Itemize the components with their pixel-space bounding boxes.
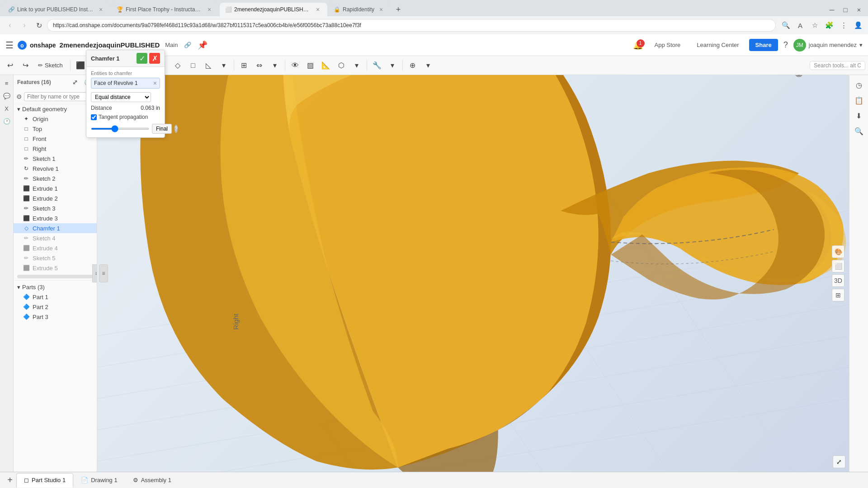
boolean-button[interactable]: ⊕ [406,58,420,73]
more-pattern-button[interactable]: ▾ [268,58,282,73]
sidebar-scrollbar[interactable] [17,275,93,278]
bottom-tab-drawing[interactable]: 📄 Drawing 1 [73,473,125,488]
sidebar-item-extrude2[interactable]: ⬛ Extrude 2 [14,193,97,203]
settings-icon[interactable]: ⋮ [837,19,850,32]
viewport[interactable]: Right Front Top Rt Z 🎨 ⬜ [97,75,849,472]
reload-button[interactable]: ↻ [33,19,45,32]
bookmark-icon[interactable]: ☆ [808,19,821,32]
tab-1-close[interactable]: × [97,5,105,14]
right-panel-btn-3[interactable]: ⬇ [852,108,866,123]
sidebar-item-extrude5[interactable]: ⬛ Extrude 5 [14,263,97,273]
learning-center-button[interactable]: Learning Center [690,39,745,51]
bottom-tab-assembly[interactable]: ⚙ Assembly 1 [125,473,179,488]
viewport-bottom-right-icon[interactable]: ⤢ [833,455,845,468]
back-button[interactable]: ‹ [4,19,16,32]
sidebar-item-front[interactable]: □ Front [14,134,97,144]
address-bar[interactable]: https://cad.onshape.com/documents/9a0798… [47,19,776,32]
hamburger-menu[interactable]: ☰ [5,40,14,51]
new-tab-button[interactable]: + [392,3,405,16]
section-view-button[interactable]: ⬜ [832,260,844,272]
right-panel-btn-2[interactable]: 📋 [852,93,866,108]
search-icon[interactable]: 🔍 [779,19,792,32]
more-view-button[interactable]: ▾ [349,58,364,73]
sidebar-item-part1[interactable]: 🔷 Part 1 [14,292,97,302]
tab-4-close[interactable]: × [377,5,385,14]
3d-view-button[interactable]: 3D [832,274,844,287]
filter-icon[interactable]: ⚙ [16,91,22,102]
chamfer-slider[interactable] [91,128,149,130]
help-icon[interactable]: ? [783,40,788,50]
redo-button[interactable]: ↪ [18,58,33,73]
tab-3[interactable]: ⬜ 2menendezjoaquinPUBLISHE... × [220,3,327,16]
chamfer-button[interactable]: ◇ [170,58,185,73]
user-profile-icon[interactable]: 👤 [852,19,864,32]
history-icon[interactable]: 🕐 [1,116,12,127]
sidebar-item-top[interactable]: □ Top [14,124,97,134]
view-toggle-button[interactable]: 👁 [288,58,302,73]
close-button[interactable]: × [853,3,865,16]
draft-button[interactable]: ◺ [201,58,216,73]
extensions-icon[interactable]: 🧩 [823,19,835,32]
forward-button[interactable]: › [18,19,31,32]
sidebar-item-revolve1[interactable]: ↻ Revolve 1 [14,164,97,174]
sidebar-item-sketch5[interactable]: ✏ Sketch 5 [14,253,97,263]
shell-button[interactable]: □ [186,58,200,73]
share-button[interactable]: Share [749,39,778,51]
right-panel-btn-4[interactable]: 🔍 [852,124,866,138]
app-store-button[interactable]: App Store [648,39,687,51]
feature-tree-icon[interactable]: ≡ [1,78,12,89]
fit-view-button[interactable]: ⊞ [832,289,844,301]
chamfer-type-select[interactable]: Equal distance Two distances Distance an… [91,92,151,102]
sidebar-item-extrude4[interactable]: ⬛ Extrude 4 [14,243,97,253]
section-button[interactable]: ▨ [303,58,318,73]
user-menu[interactable]: JM joaquin menendez ▾ [793,39,863,52]
sidebar-collapse-handle[interactable]: ≡ [92,264,97,282]
sidebar-item-origin[interactable]: ✦ Origin [14,114,97,124]
pin-icon[interactable]: 📌 [198,40,208,50]
sidebar-item-sketch1[interactable]: ✏ Sketch 1 [14,154,97,164]
assembly-button[interactable]: 🔧 [370,58,384,73]
appearance-button[interactable]: 🎨 [832,245,844,258]
sidebar-item-extrude1[interactable]: ⬛ Extrude 1 [14,183,97,193]
tangent-propagation-checkbox[interactable] [91,114,97,120]
expand-all-icon[interactable]: ⤢ [70,77,80,88]
sidebar-item-sketch2[interactable]: ✏ Sketch 2 [14,174,97,183]
right-panel-btn-1[interactable]: ◷ [852,78,866,92]
translate-icon[interactable]: A [794,19,807,32]
sidebar-item-extrude3[interactable]: ⬛ Extrude 3 [14,213,97,223]
parts-header[interactable]: ▾ Parts (3) [14,282,97,292]
expand-sidebar-button[interactable]: ≡ [99,264,108,282]
default-geometry-group[interactable]: ▾ Default geometry [14,104,97,114]
tab-3-close[interactable]: × [314,5,322,14]
chamfer-help-button[interactable]: ? [175,125,178,133]
measure-button[interactable]: 📐 [319,58,333,73]
sidebar-item-part3[interactable]: 🔷 Part 3 [14,312,97,322]
geometry-button[interactable]: ⬡ [334,58,349,73]
sidebar-item-sketch3[interactable]: ✏ Sketch 3 [14,203,97,213]
extrude-button[interactable]: ⬛ [73,58,88,73]
tab-1[interactable]: 🔗 Link to your PUBLISHED Instruc... × [3,3,110,16]
chamfer-entity-remove[interactable]: × [153,80,157,87]
variable-icon[interactable]: X [1,103,12,114]
comment-icon[interactable]: 💬 [1,90,12,101]
chamfer-final-button[interactable]: Final [152,124,172,134]
more-modify-button[interactable]: ▾ [217,58,231,73]
undo-button[interactable]: ↩ [3,58,17,73]
add-tab-button[interactable]: + [4,474,16,487]
sidebar-item-right[interactable]: □ Right [14,144,97,154]
mirror-button[interactable]: ⇔ [252,58,267,73]
sidebar-item-chamfer1[interactable]: ◇ Chamfer 1 [14,223,97,233]
sidebar-item-part2[interactable]: 🔷 Part 2 [14,302,97,312]
expand-viewport-icon[interactable]: ⤢ [833,455,845,468]
sketch-button[interactable]: ✏ Sketch [33,60,67,70]
minimize-button[interactable]: ─ [826,3,838,16]
more-boolean-button[interactable]: ▾ [421,58,435,73]
tab-2[interactable]: 🏆 First Place Trophy - Instructables × [111,3,219,16]
pattern-button[interactable]: ⊞ [237,58,251,73]
sidebar-item-sketch4[interactable]: ✏ Sketch 4 [14,233,97,243]
tab-4[interactable]: 🔒 RapidIdentity × [328,3,391,16]
maximize-button[interactable]: □ [839,3,852,16]
tab-2-close[interactable]: × [205,5,213,14]
more-assembly-button[interactable]: ▾ [385,58,400,73]
view-cube-group[interactable]: Front Top Rt Z [774,75,824,77]
